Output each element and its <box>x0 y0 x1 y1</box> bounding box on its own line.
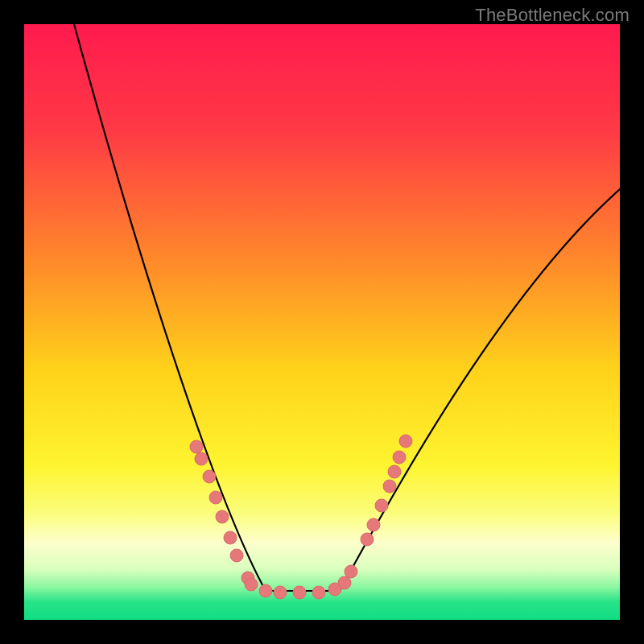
marker-dot <box>399 435 412 448</box>
chart-frame: TheBottleneck.com <box>0 0 644 644</box>
marker-dot <box>388 465 401 478</box>
marker-dot <box>367 518 380 531</box>
curve-markers <box>190 435 412 599</box>
marker-dot <box>190 440 203 453</box>
marker-dot <box>216 510 229 523</box>
marker-dot <box>312 586 325 599</box>
watermark-text: TheBottleneck.com <box>475 5 630 26</box>
marker-dot <box>383 480 396 493</box>
marker-dot <box>345 565 357 578</box>
marker-dot <box>245 578 258 591</box>
bottleneck-curve <box>74 24 620 591</box>
marker-dot <box>203 470 216 483</box>
marker-dot <box>274 586 287 599</box>
marker-dot <box>375 499 388 512</box>
curve-layer <box>24 24 620 620</box>
marker-dot <box>230 549 243 562</box>
marker-dot <box>209 491 222 504</box>
marker-dot <box>361 533 374 546</box>
marker-dot <box>224 531 237 544</box>
marker-dot <box>338 576 351 589</box>
plot-area <box>24 24 620 620</box>
marker-dot <box>293 586 306 599</box>
marker-dot <box>195 452 208 465</box>
marker-dot <box>259 584 272 597</box>
marker-dot <box>393 451 406 464</box>
